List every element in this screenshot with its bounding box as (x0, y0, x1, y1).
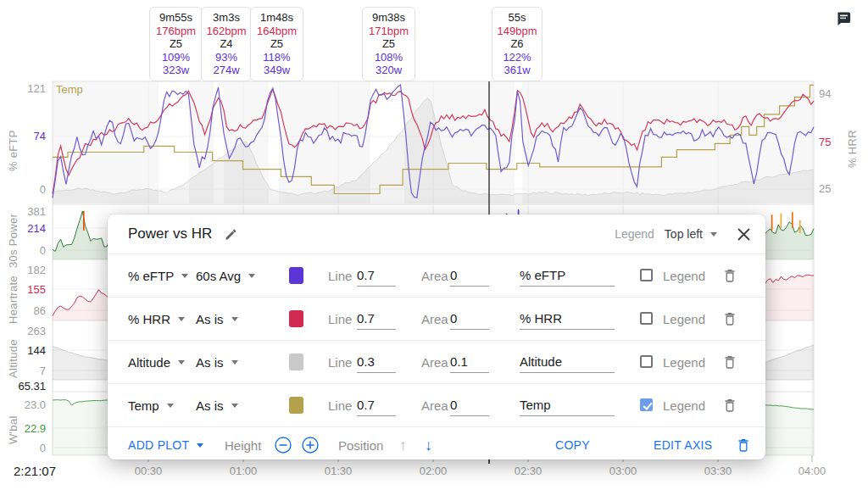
area-opacity-input[interactable]: 0 (450, 265, 489, 287)
time-tick: 03:00 (598, 465, 648, 477)
series-name-input[interactable]: % eFTP (520, 265, 615, 287)
delete-plot-icon[interactable] (723, 384, 737, 426)
dialog-header: Power vs HR Legend Top left (108, 214, 765, 253)
line-width-input[interactable]: 0.3 (357, 352, 396, 373)
chevron-down-icon (178, 317, 185, 321)
interval-hr: 162bpm (203, 25, 249, 38)
legend-checkbox[interactable] (640, 355, 653, 368)
interval-box[interactable]: 1m48s 164bpm Z5 118% 349w (250, 7, 303, 81)
interval-duration: 3m3s (203, 11, 249, 25)
legend-checkbox-label: Legend (663, 341, 705, 383)
area-opacity-input[interactable]: 0.1 (450, 352, 489, 373)
metric-select[interactable]: % eFTP (128, 254, 188, 297)
height-increase-icon[interactable] (301, 427, 320, 463)
chevron-down-icon (167, 404, 174, 408)
legend-checkbox[interactable] (640, 269, 653, 281)
area-opacity-input[interactable]: 0 (450, 309, 489, 330)
interval-box[interactable]: 9m38s 171bpm Z5 108% 320w (362, 7, 415, 81)
legend-checkbox[interactable] (640, 312, 653, 325)
transform-select[interactable]: As is (196, 298, 238, 340)
axis-tick: 263 (0, 325, 46, 337)
transform-select[interactable]: As is (196, 341, 238, 383)
transform-select[interactable]: 60s Avg (196, 254, 255, 297)
line-width-label: Line (328, 298, 352, 340)
axis-tick: 0 (0, 442, 46, 454)
comment-icon[interactable] (834, 11, 853, 31)
time-tick: 02:30 (503, 465, 554, 477)
transform-value: 60s Avg (196, 269, 241, 283)
interval-hr: 164bpm (253, 25, 301, 38)
move-up-icon[interactable]: ↑ (399, 427, 407, 463)
chevron-down-icon (231, 317, 238, 321)
interval-box[interactable]: 9m55s 176bpm Z5 109% 323w (149, 7, 203, 81)
interval-pct: 118% (253, 51, 301, 64)
legend-position-select[interactable]: Top left (665, 227, 717, 241)
color-swatch[interactable] (289, 354, 303, 370)
activity-chart-page: { "colors":{"purple":"#5b35d6","red":"#d… (0, 0, 868, 490)
line-width-label: Line (328, 254, 352, 297)
position-label: Position (338, 427, 383, 463)
color-swatch[interactable] (289, 310, 303, 327)
interval-box[interactable]: 55s 149bpm Z6 122% 361w (492, 7, 542, 81)
interval-hr: 176bpm (152, 25, 200, 38)
axis-tick: 94 (819, 87, 848, 100)
axis-tick: 74 (0, 130, 46, 142)
interval-power: 320w (364, 64, 413, 77)
line-width-input[interactable]: 0.7 (357, 395, 396, 416)
add-plot-button[interactable]: ADD PLOT (128, 427, 203, 463)
chevron-down-icon (178, 360, 185, 365)
interval-zone: Z5 (152, 37, 200, 51)
axis-tick: 25 (819, 182, 848, 195)
height-label: Height (225, 427, 261, 463)
legend-checkbox[interactable] (640, 398, 653, 411)
transform-value: As is (196, 398, 224, 413)
legend-checkbox-label: Legend (663, 298, 705, 340)
line-width-input[interactable]: 0.7 (357, 265, 396, 287)
color-swatch[interactable] (289, 397, 303, 414)
axis-tick: 121 (0, 82, 46, 95)
series-name-input[interactable]: % HRR (520, 309, 615, 330)
legend-checkbox-label: Legend (663, 384, 705, 426)
axis-tick: 182 (0, 264, 46, 276)
axis-tick: 214 (0, 222, 46, 235)
interval-duration: 1m48s (253, 11, 301, 25)
color-swatch[interactable] (289, 267, 303, 284)
axis-tick: 0 (0, 244, 46, 257)
plot-row-hrr: % HRR As is Line 0.7 Area 0 % HRR Legend (108, 297, 765, 340)
delete-plot-icon[interactable] (723, 298, 737, 340)
edit-title-icon[interactable] (224, 227, 238, 242)
interval-zone: Z5 (253, 37, 301, 51)
height-decrease-icon[interactable] (274, 427, 292, 463)
axis-tick: 155 (0, 283, 46, 296)
legend-checkbox-label: Legend (663, 254, 705, 297)
area-opacity-label: Area (421, 254, 448, 297)
metric-select[interactable]: Temp (128, 384, 174, 426)
edit-axis-button[interactable]: EDIT AXIS (654, 427, 712, 463)
interval-power: 349w (253, 64, 301, 77)
interval-power: 361w (494, 64, 540, 77)
delete-plot-icon[interactable] (723, 254, 737, 297)
close-icon[interactable] (737, 228, 750, 241)
dialog-title: Power vs HR (128, 226, 212, 242)
series-name-input[interactable]: Temp (520, 395, 615, 416)
time-tick: 01:30 (313, 465, 364, 477)
axis-tick: 75 (819, 136, 848, 148)
interval-power: 274w (203, 64, 249, 77)
metric-select[interactable]: % HRR (128, 298, 185, 340)
series-name-input[interactable]: Altitude (520, 352, 615, 373)
cursor-time: 2:21:07 (14, 464, 56, 478)
delete-plot-icon[interactable] (723, 341, 737, 383)
copy-button[interactable]: COPY (555, 427, 590, 463)
interval-zone: Z5 (364, 37, 413, 51)
transform-select[interactable]: As is (196, 384, 238, 426)
delete-chart-icon[interactable] (737, 427, 750, 463)
axis-title-hrr: % HRR (846, 120, 859, 168)
legend-position-value: Top left (665, 227, 703, 241)
area-opacity-input[interactable]: 0 (450, 395, 489, 416)
interval-box[interactable]: 3m3s 162bpm Z4 93% 274w (201, 7, 252, 81)
interval-zone: Z4 (203, 37, 249, 51)
move-down-icon[interactable]: ↓ (425, 427, 432, 463)
metric-select[interactable]: Altitude (128, 341, 185, 383)
chevron-down-icon (197, 443, 203, 448)
line-width-input[interactable]: 0.7 (357, 309, 396, 330)
